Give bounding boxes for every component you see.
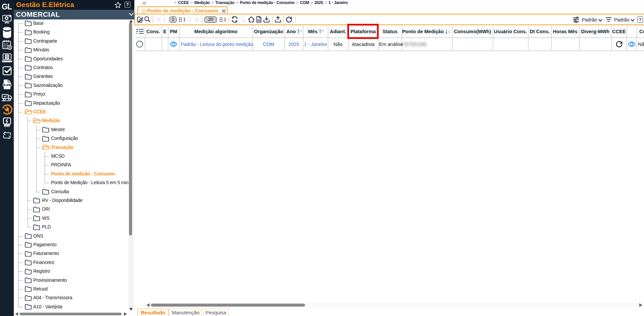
- svg-text:NF-e: NF-e: [5, 84, 10, 86]
- svg-text:$: $: [9, 46, 10, 49]
